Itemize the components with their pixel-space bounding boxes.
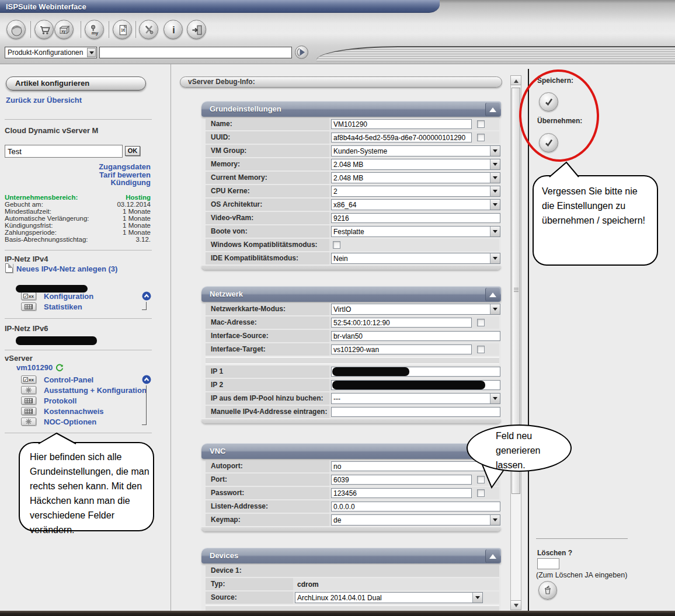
contract-value: 1 Monate (123, 229, 151, 236)
gear-icon[interactable] (21, 386, 36, 394)
refresh-icon[interactable] (55, 364, 64, 372)
field-input[interactable] (331, 213, 500, 223)
sidebar-annotation-text: Hier befinden sich alle Grundeinstellung… (30, 450, 149, 537)
sidebar-link[interactable]: Control-Panel (44, 375, 93, 384)
logout-button[interactable] (187, 20, 206, 39)
field-dropdown[interactable]: Nein (331, 253, 500, 264)
delete-button[interactable] (538, 581, 557, 600)
vm-link[interactable]: vm101290 (16, 363, 53, 372)
form-row: UUID: (206, 131, 499, 144)
configure-article-button[interactable]: Artikel konfigurieren (6, 76, 146, 91)
quick-link[interactable]: Tarif bewerten (5, 171, 151, 179)
chevron-down-icon[interactable] (490, 173, 500, 183)
ok-button[interactable]: OK (125, 146, 140, 156)
rename-input[interactable] (5, 145, 123, 158)
field-input[interactable] (331, 488, 472, 498)
contract-value: 1 Monate (123, 208, 151, 215)
sidebar-link[interactable]: NOC-Optionen (44, 417, 96, 426)
search-input[interactable] (99, 47, 292, 58)
field-input[interactable] (331, 502, 500, 511)
field-input[interactable] (331, 344, 472, 354)
field-input[interactable] (331, 133, 472, 142)
collapse-circle-button[interactable] (142, 375, 151, 384)
field-dropdown[interactable]: 2.048 MB (331, 159, 500, 170)
new-ipv4-net-link[interactable]: Neues IPv4-Netz anlegen (3) (16, 265, 117, 273)
field-checkbox[interactable] (477, 134, 485, 141)
field-checkbox[interactable] (477, 346, 485, 353)
delete-confirm-input[interactable] (537, 558, 559, 569)
quick-link[interactable]: Zugangsdaten (5, 163, 151, 171)
field-value-cell: --- (329, 392, 500, 405)
field-dropdown[interactable]: 2.048 MB (331, 172, 500, 183)
field-dropdown[interactable]: x86_64 (331, 199, 500, 210)
products-button[interactable]: xy (54, 20, 74, 39)
chevron-down-icon[interactable] (490, 227, 500, 236)
table-icon[interactable] (21, 407, 36, 415)
chevron-down-icon[interactable] (490, 200, 500, 210)
save-annotation-bubble: Vergessen Sie bitte nie die Einstellunge… (533, 175, 658, 266)
field-dropdown[interactable]: ArchLinux 2014.04.01 Dual (295, 592, 483, 603)
category-dropdown[interactable]: Produkt-Konfigurationen (5, 47, 97, 58)
section-collapse-button[interactable] (485, 103, 500, 116)
field-dropdown[interactable]: --- (331, 393, 500, 404)
sidebar-link[interactable]: Konfiguration (44, 292, 93, 301)
form-row: Windows Kompatiblitätsmodus: (206, 239, 499, 251)
field-checkbox[interactable] (477, 319, 485, 326)
scroll-down-button[interactable] (510, 600, 521, 610)
home-button[interactable] (6, 20, 26, 39)
table-icon[interactable] (21, 396, 36, 405)
field-value-cell: 2.048 MB (329, 158, 500, 170)
collapse-circle-button[interactable] (142, 291, 151, 301)
field-checkbox[interactable] (333, 241, 340, 249)
sidebar-link[interactable]: Ausstattung + Konfiguration (44, 386, 147, 395)
cart-button[interactable] (34, 20, 54, 39)
field-input[interactable] (331, 318, 472, 328)
section-collapse-button[interactable] (485, 549, 500, 563)
chevron-down-icon[interactable] (490, 186, 500, 196)
field-dropdown[interactable]: Kunden-Systeme (331, 145, 500, 156)
field-dropdown[interactable]: de (331, 514, 500, 525)
search-go-button[interactable] (295, 46, 308, 59)
chevron-down-icon[interactable] (490, 253, 500, 263)
checkbox-xx-icon[interactable]: ✓xx (21, 375, 36, 384)
field-input[interactable] (331, 331, 500, 341)
sidebar-link[interactable]: Kostennachweis (44, 407, 104, 416)
sidebar-link[interactable]: Statistiken (44, 302, 82, 311)
chevron-down-icon[interactable] (490, 515, 500, 525)
gear-icon[interactable] (21, 417, 36, 426)
quick-link[interactable]: Kündigung (5, 179, 151, 187)
field-dropdown[interactable]: Festplatte (331, 226, 500, 237)
tools-button[interactable] (139, 20, 158, 39)
field-value-cell (329, 406, 500, 418)
field-value-cell: 2 (329, 185, 500, 197)
chevron-down-icon[interactable] (490, 146, 500, 156)
new-document-icon[interactable] (5, 263, 13, 273)
checkbox-xx-icon[interactable]: ✓xx (21, 292, 36, 300)
my-section-button[interactable]: my (85, 20, 104, 39)
table-icon[interactable] (21, 302, 36, 311)
field-dropdown[interactable]: 2 (331, 186, 500, 197)
field-input[interactable] (331, 119, 472, 129)
info-button[interactable]: i (163, 20, 183, 39)
field-checkbox[interactable] (477, 489, 485, 497)
chevron-down-icon[interactable] (490, 394, 500, 403)
section-collapse-button[interactable] (485, 288, 500, 301)
chevron-down-icon[interactable] (472, 593, 482, 603)
contract-row: Unternehmensbereich:Hosting (5, 194, 151, 201)
invoices-button[interactable]: 1€ (113, 20, 132, 39)
scroll-up-button[interactable] (510, 75, 521, 85)
chevron-down-icon[interactable] (490, 159, 500, 169)
title-bar: ISPSuite Webinterface (0, 0, 440, 13)
field-label: Interface-Target: (206, 343, 329, 356)
form-row: Netzwerkkarte-Modus:VirtIO (206, 303, 499, 315)
sidebar-link[interactable]: Protokoll (44, 396, 76, 405)
field-input[interactable] (331, 475, 472, 485)
vertical-scrollbar[interactable] (510, 75, 521, 610)
back-to-overview-link[interactable]: Zurück zur Übersicht (6, 96, 82, 105)
field-input[interactable] (331, 407, 500, 417)
form-row: Source:ArchLinux 2014.04.01 Dual (206, 591, 499, 604)
field-checkbox[interactable] (477, 120, 485, 128)
chevron-down-icon[interactable] (490, 304, 500, 314)
chevron-down-icon[interactable] (87, 48, 96, 57)
field-dropdown[interactable]: VirtIO (331, 304, 500, 315)
